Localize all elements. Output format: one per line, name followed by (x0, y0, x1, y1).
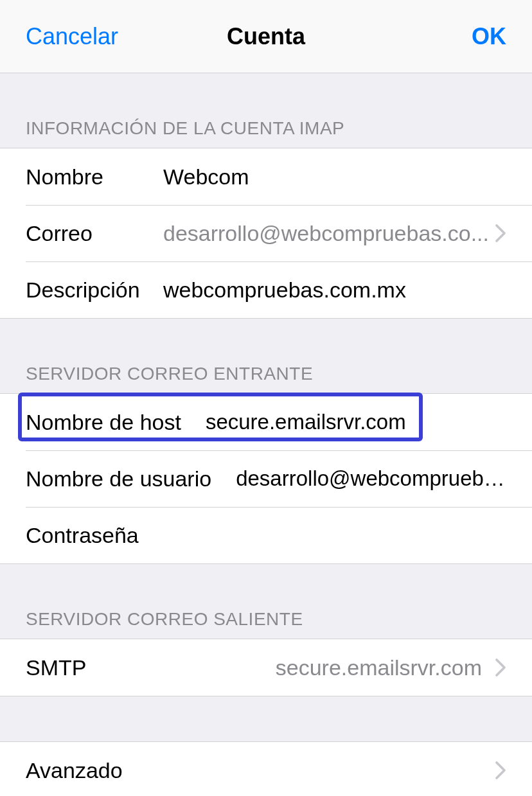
group-incoming-server: Nombre de host secure.emailsrvr.com Nomb… (0, 393, 532, 564)
smtp-label: SMTP (26, 655, 86, 680)
description-label: Descripción (26, 278, 148, 303)
mail-label: Correo (26, 221, 148, 246)
cancel-button[interactable]: Cancelar (26, 23, 118, 50)
password-label: Contraseña (26, 523, 139, 548)
row-smtp[interactable]: SMTP secure.emailsrvr.com (0, 639, 532, 696)
hostname-value[interactable]: secure.emailsrvr.com (206, 410, 506, 434)
group-outgoing-server: SMTP secure.emailsrvr.com (0, 639, 532, 696)
username-value[interactable]: desarrollo@webcompruebas.co... (236, 466, 506, 491)
description-value[interactable]: webcompruebas.com.mx (163, 278, 506, 303)
spacer (0, 696, 532, 741)
hostname-label: Nombre de host (26, 410, 181, 435)
chevron-right-icon (495, 224, 506, 243)
username-label: Nombre de usuario (26, 466, 211, 491)
navbar: Cancelar Cuenta OK (0, 0, 532, 73)
row-advanced[interactable]: Avanzado (0, 742, 532, 796)
smtp-value: secure.emailsrvr.com (276, 655, 482, 680)
section-header-outgoing: Servidor correo saliente (0, 564, 532, 639)
chevron-right-icon (495, 761, 506, 780)
advanced-label: Avanzado (26, 758, 123, 783)
row-name[interactable]: Nombre Webcom (0, 148, 532, 205)
name-label: Nombre (26, 164, 148, 190)
ok-button[interactable]: OK (472, 23, 506, 50)
chevron-right-icon (495, 658, 506, 677)
row-mail[interactable]: Correo desarrollo@webcompruebas.co... (0, 205, 532, 261)
name-value[interactable]: Webcom (163, 164, 506, 190)
group-imap-info: Nombre Webcom Correo desarrollo@webcompr… (0, 148, 532, 319)
row-hostname[interactable]: Nombre de host secure.emailsrvr.com (0, 394, 532, 450)
mail-value: desarrollo@webcompruebas.co... (163, 221, 490, 246)
section-header-imap: Información de la cuenta IMAP (0, 73, 532, 148)
section-header-incoming: Servidor correo entrante (0, 319, 532, 393)
row-username[interactable]: Nombre de usuario desarrollo@webcomprueb… (0, 450, 532, 507)
page-title: Cuenta (227, 23, 305, 50)
row-password[interactable]: Contraseña (0, 507, 532, 563)
group-advanced: Avanzado (0, 741, 532, 796)
row-description[interactable]: Descripción webcompruebas.com.mx (0, 261, 532, 318)
